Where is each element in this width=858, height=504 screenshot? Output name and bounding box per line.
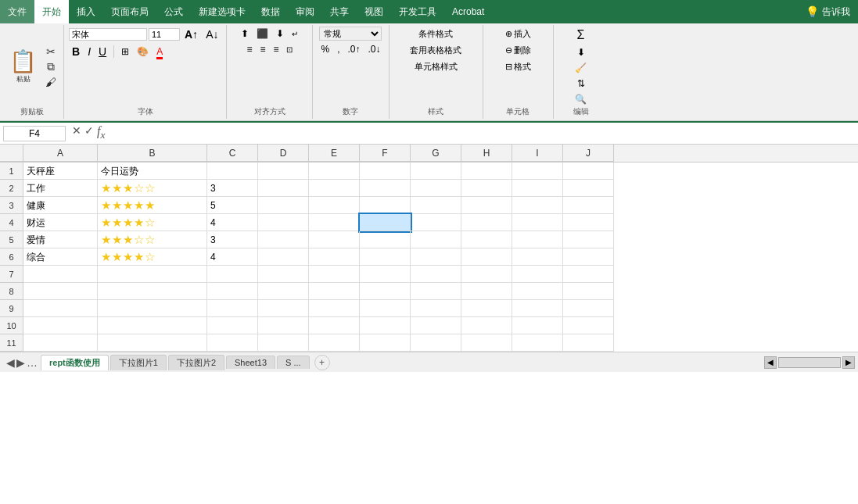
menu-home[interactable]: 开始 (34, 0, 69, 23)
align-right-button[interactable]: ≡ (270, 42, 282, 56)
percent-button[interactable]: % (318, 42, 332, 56)
align-top-button[interactable]: ⬆ (238, 27, 252, 41)
scroll-track[interactable] (778, 357, 841, 368)
cell[interactable] (411, 317, 461, 334)
cell[interactable] (309, 231, 360, 248)
menu-insert[interactable]: 插入 (69, 0, 103, 23)
cell[interactable] (207, 283, 258, 300)
cell[interactable] (411, 180, 461, 197)
align-left-button[interactable]: ≡ (243, 42, 255, 56)
cell[interactable]: 工作 (23, 180, 98, 197)
row-header[interactable]: 11 (0, 334, 23, 352)
row-header[interactable]: 9 (0, 300, 23, 317)
cell[interactable] (98, 334, 207, 352)
row-header[interactable]: 1 (0, 163, 23, 180)
cell[interactable]: ★★★★★ (98, 197, 207, 214)
cell[interactable] (563, 180, 614, 197)
menu-share[interactable]: 共享 (322, 0, 357, 23)
cell[interactable]: 5 (207, 197, 258, 214)
cell[interactable]: ★★★★☆ (98, 214, 207, 231)
cell[interactable] (411, 266, 461, 283)
cell[interactable] (98, 317, 207, 334)
row-header[interactable]: 5 (0, 231, 23, 248)
decimal-increase-button[interactable]: .0↑ (344, 42, 363, 56)
menu-developer[interactable]: 开发工具 (391, 0, 444, 23)
autosum-button[interactable]: Σ (574, 27, 588, 44)
tab-prev-button[interactable]: ◀ (6, 356, 15, 369)
cell[interactable] (512, 214, 563, 231)
font-size-input[interactable] (149, 28, 180, 41)
menu-review[interactable]: 审阅 (288, 0, 322, 23)
align-center-button[interactable]: ≡ (257, 42, 268, 56)
tab-s[interactable]: S ... (277, 356, 310, 369)
conditional-format-button[interactable]: 条件格式 (415, 27, 456, 41)
col-header-A[interactable]: A (23, 145, 98, 162)
cell[interactable] (309, 163, 360, 180)
cell[interactable] (512, 231, 563, 248)
cell[interactable] (258, 283, 309, 300)
cell[interactable] (360, 214, 411, 231)
col-header-C[interactable]: C (207, 145, 258, 162)
cell[interactable]: 3 (207, 231, 258, 248)
cell[interactable] (23, 283, 98, 300)
cell[interactable] (512, 248, 563, 266)
tab-rept[interactable]: rept函数使用 (41, 355, 109, 370)
insert-function-icon[interactable]: fx (97, 124, 105, 141)
cell[interactable]: 3 (207, 180, 258, 197)
cell[interactable]: ★★★☆☆ (98, 231, 207, 248)
cell[interactable]: 爱情 (23, 231, 98, 248)
cell[interactable] (360, 163, 411, 180)
cell[interactable] (309, 283, 360, 300)
cell[interactable] (98, 300, 207, 317)
cell[interactable] (512, 300, 563, 317)
cell[interactable] (512, 197, 563, 214)
cell[interactable] (512, 317, 563, 334)
cell[interactable] (461, 334, 512, 352)
cell[interactable] (98, 266, 207, 283)
tab-pull2[interactable]: 下拉图片2 (168, 355, 224, 370)
cell[interactable] (258, 180, 309, 197)
cell[interactable] (563, 231, 614, 248)
cell[interactable] (207, 317, 258, 334)
cell[interactable] (207, 334, 258, 352)
cell[interactable] (360, 317, 411, 334)
border-button[interactable]: ⊞ (118, 45, 132, 59)
tab-add-button[interactable]: + (314, 355, 330, 370)
cell[interactable]: ★★★★☆ (98, 248, 207, 266)
cell[interactable] (360, 334, 411, 352)
cell[interactable] (360, 266, 411, 283)
wrap-text-button[interactable]: ↵ (289, 27, 301, 41)
cell[interactable]: 4 (207, 214, 258, 231)
col-header-D[interactable]: D (258, 145, 309, 162)
cell[interactable] (360, 248, 411, 266)
cell[interactable] (23, 317, 98, 334)
clear-button[interactable]: 🧹 (572, 61, 590, 75)
tab-sheet13[interactable]: Sheet13 (226, 356, 275, 369)
row-header[interactable]: 6 (0, 248, 23, 266)
insert-cells-button[interactable]: ⊕插入 (502, 27, 534, 41)
cell[interactable] (309, 334, 360, 352)
cell[interactable] (461, 231, 512, 248)
menu-page-layout[interactable]: 页面布局 (103, 0, 156, 23)
underline-button[interactable]: U (95, 44, 109, 59)
cell[interactable] (258, 197, 309, 214)
cell[interactable] (563, 283, 614, 300)
cell[interactable] (411, 283, 461, 300)
cell-style-button[interactable]: 单元格样式 (411, 59, 461, 74)
row-header[interactable]: 2 (0, 180, 23, 197)
corner-cell[interactable] (0, 145, 23, 162)
cancel-formula-icon[interactable]: ✕ (72, 124, 81, 141)
format-cells-button[interactable]: ⊟格式 (502, 59, 534, 74)
col-header-F[interactable]: F (360, 145, 411, 162)
menu-help[interactable]: 💡 告诉我 (798, 0, 858, 23)
cell[interactable]: 财运 (23, 214, 98, 231)
decimal-decrease-button[interactable]: .0↓ (365, 42, 384, 56)
col-header-B[interactable]: B (98, 145, 207, 162)
cell[interactable] (23, 300, 98, 317)
table-style-button[interactable]: 套用表格格式 (407, 43, 465, 58)
format-painter-button[interactable]: 🖌 (43, 75, 59, 89)
menu-new-tab[interactable]: 新建选项卡 (191, 0, 253, 23)
cell[interactable] (411, 163, 461, 180)
cell[interactable] (360, 180, 411, 197)
cell[interactable] (411, 214, 461, 231)
